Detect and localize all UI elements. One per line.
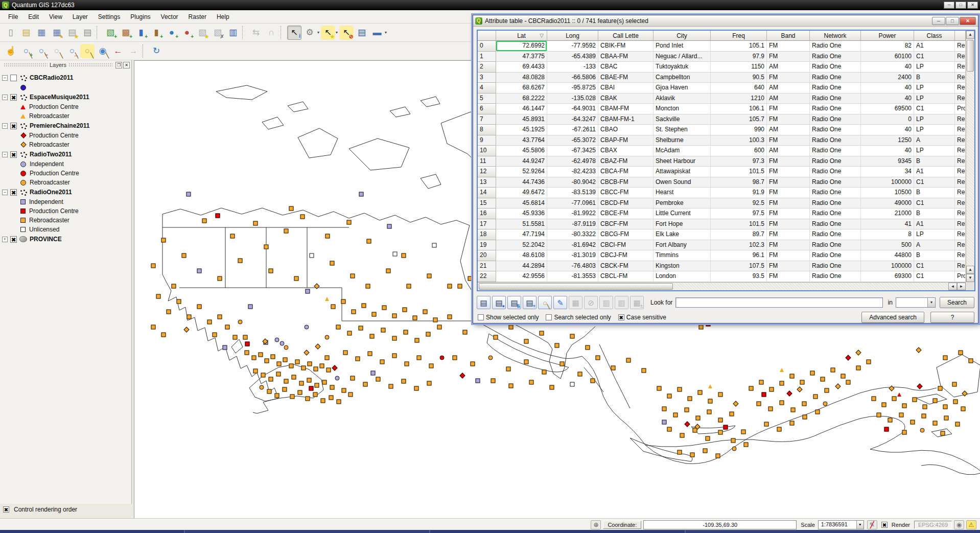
cell[interactable]: 97.3 <box>711 156 767 167</box>
cell[interactable]: 2400 <box>861 73 914 83</box>
zoom-native-button[interactable]: ○╲ <box>50 44 64 58</box>
cell[interactable]: Radio One <box>810 114 861 125</box>
menu-raster[interactable]: Raster <box>183 11 212 22</box>
add-vector-layer-button[interactable]: ▧+ <box>103 26 118 40</box>
cell[interactable]: LP <box>914 94 955 104</box>
remove-layer-button[interactable]: ▧✗ <box>211 26 225 40</box>
zoom-out-button[interactable]: ○╲− <box>34 44 49 58</box>
legend-item[interactable]: Production Centre <box>2 102 130 111</box>
cell[interactable]: FM <box>767 73 810 83</box>
cell[interactable]: -133 <box>547 62 598 73</box>
cell[interactable]: 101.5 <box>711 219 767 230</box>
cell[interactable]: -81.6942 <box>547 240 598 251</box>
pan-map-button[interactable]: ☝ <box>4 44 18 58</box>
scale-combobox[interactable]: 1:7836591 ▼ <box>818 520 864 529</box>
cell[interactable]: 40 <box>861 83 914 94</box>
menu-vector[interactable]: Vector <box>156 11 183 22</box>
cell[interactable]: Radio One <box>810 208 861 219</box>
cell[interactable]: 52.2042 <box>496 240 547 251</box>
row-header[interactable]: 10 <box>478 146 496 156</box>
cell[interactable]: FM <box>767 271 810 282</box>
cell[interactable]: CBAM-FM-1 <box>598 114 654 125</box>
render-checkbox[interactable]: ✖ <box>881 522 888 528</box>
cell[interactable]: 100.3 <box>711 135 767 146</box>
cell[interactable]: Owen Sound <box>654 177 711 188</box>
zoom-map-to-selected-button[interactable]: ○╲ <box>538 296 552 309</box>
field-calculator-button[interactable]: ▦± <box>630 296 644 309</box>
cell[interactable]: Tuktoyaktuk <box>654 62 711 73</box>
cell[interactable]: CBCC-FM <box>598 188 654 198</box>
cell[interactable]: 1250 <box>861 135 914 146</box>
table-row[interactable]: 269.4433-133CBACTuktoyaktuk1150AMRadio O… <box>478 62 966 73</box>
new-column-button[interactable]: ▥ <box>599 296 613 309</box>
coordinate-input[interactable]: -109.35,69.30 <box>643 520 797 529</box>
cell[interactable]: FM <box>767 250 810 261</box>
row-header[interactable]: 1 <box>478 52 496 62</box>
cell[interactable]: FM <box>767 219 810 230</box>
map-tips-button[interactable]: ⚙ <box>302 26 317 40</box>
cell[interactable]: 44800 <box>861 250 914 261</box>
menu-plugins[interactable]: Plugins <box>125 11 155 22</box>
cell[interactable]: FM <box>767 41 810 52</box>
column-header-city[interactable]: City <box>654 31 711 41</box>
cell[interactable]: C1 <box>914 261 955 272</box>
menu-layer[interactable]: Layer <box>67 11 93 22</box>
cell[interactable]: 47.7194 <box>496 229 547 240</box>
cell[interactable]: CBAO <box>598 125 654 135</box>
cell[interactable]: 47.3775 <box>496 52 547 62</box>
legend-item[interactable]: Rebroadcaster <box>2 216 130 225</box>
row-header[interactable]: 21 <box>478 261 496 272</box>
cell[interactable]: Radio One <box>810 73 861 83</box>
advanced-search-button[interactable]: Advanced search <box>861 312 924 323</box>
column-header-power[interactable]: Power <box>861 31 914 41</box>
menu-view[interactable]: View <box>44 11 67 22</box>
cell[interactable]: -66.5806 <box>547 73 598 83</box>
search-selected-only-checkbox[interactable] <box>546 314 552 320</box>
cell[interactable]: FM <box>767 229 810 240</box>
cell[interactable]: 46.1447 <box>496 104 547 114</box>
add-wfs-layer-button[interactable]: ●+ <box>180 26 194 40</box>
raster-histogram-button[interactable]: ∩ <box>264 26 278 40</box>
cell[interactable]: 44.7436 <box>496 177 547 188</box>
cell[interactable]: 10500 <box>861 188 914 198</box>
cell[interactable]: Radio One <box>810 135 861 146</box>
cell[interactable]: FM <box>767 177 810 188</box>
row-header[interactable]: 0 <box>478 41 496 52</box>
table-row[interactable]: 147.3775-65.4389CBAA-FMNeguac / Allard..… <box>478 52 966 62</box>
cell[interactable]: LP <box>914 114 955 125</box>
layer-visibility-checkbox[interactable]: ✖ <box>10 151 17 158</box>
legend-item[interactable]: Rebroadcaster <box>2 140 130 149</box>
cell[interactable]: 98.7 <box>711 177 767 188</box>
column-header-freq[interactable]: Freq <box>711 31 767 41</box>
cell[interactable]: McAdam <box>654 146 711 156</box>
cell[interactable]: 69.4433 <box>496 62 547 73</box>
cell[interactable]: FM <box>767 261 810 272</box>
layer-item-espacemusique2011[interactable]: −✖EspaceMusique2011 <box>2 92 130 102</box>
cell[interactable]: Radio One <box>810 177 861 188</box>
row-header[interactable]: 6 <box>478 104 496 114</box>
cell[interactable]: 45.8931 <box>496 114 547 125</box>
row-header[interactable]: 3 <box>478 73 496 83</box>
save-project-button[interactable]: ▦ <box>34 26 49 40</box>
cell[interactable]: -80.9042 <box>547 177 598 188</box>
row-header[interactable]: 22 <box>478 271 496 282</box>
cell[interactable]: 44.9247 <box>496 156 547 167</box>
column-header-class[interactable]: Class <box>914 31 955 41</box>
cell[interactable]: CBAM-FM <box>598 104 654 114</box>
cell[interactable]: AM <box>767 146 810 156</box>
open-attribute-table-button[interactable]: ▤ <box>355 26 369 40</box>
cell[interactable]: 105.7 <box>711 114 767 125</box>
cell[interactable]: Shelburne <box>654 135 711 146</box>
cell[interactable]: Radio One <box>810 94 861 104</box>
field-combobox[interactable]: ▼ <box>896 297 936 308</box>
cell[interactable]: Gjoa Haven <box>654 83 711 94</box>
cell[interactable]: C1 <box>914 271 955 282</box>
cell[interactable]: 101.5 <box>711 167 767 177</box>
table-row[interactable]: 1645.9336-81.9922CBCE-FMLittle Current97… <box>478 208 966 219</box>
row-header[interactable]: 7 <box>478 114 496 125</box>
expand-collapse-icon[interactable]: − <box>2 123 8 129</box>
row-header[interactable]: 16 <box>478 208 496 219</box>
panel-close-icon[interactable]: ✕ <box>123 62 130 68</box>
column-header-band[interactable]: Band <box>767 31 810 41</box>
cell[interactable]: Radio One <box>810 271 861 282</box>
